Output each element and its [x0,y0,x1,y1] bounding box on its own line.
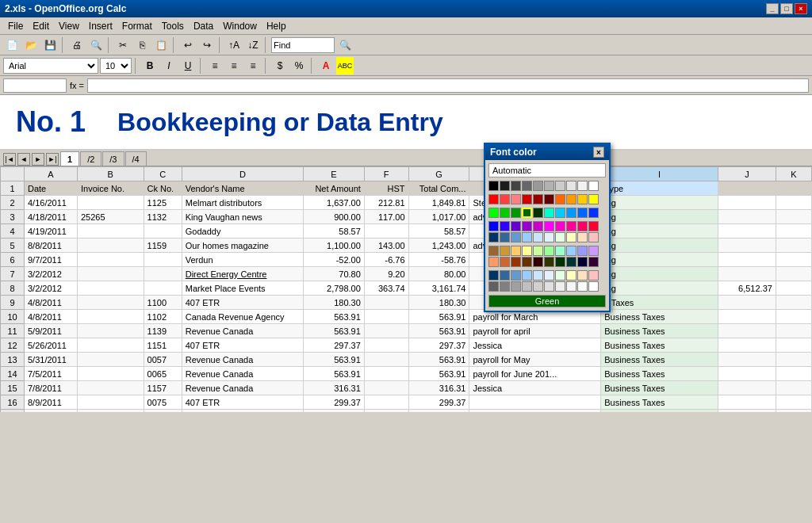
cell-e16[interactable]: 299.37 [304,395,365,410]
save-button[interactable]: 💾 [41,36,59,54]
cell-k12[interactable] [776,338,811,353]
cell-c10[interactable]: 1102 [144,310,182,324]
cell-j11[interactable] [718,324,776,338]
cell-b14[interactable] [78,367,144,381]
cell-c4[interactable] [144,224,182,239]
cell-j1[interactable] [718,181,776,196]
color-swatch[interactable] [511,181,521,191]
minimize-button[interactable]: _ [766,3,779,14]
color-swatch[interactable] [488,270,499,281]
cell-c3[interactable]: 1132 [144,210,182,224]
cell-e7[interactable]: 70.80 [304,267,365,281]
cell-d14[interactable]: Revenue Canada [182,367,303,381]
cell-k14[interactable] [776,367,811,381]
menu-view[interactable]: View [54,19,84,33]
color-swatch[interactable] [522,270,532,281]
cell-e17[interactable]: 289.11 [304,410,365,413]
cell-a5[interactable]: 8/8/2011 [25,239,78,253]
highlight-button[interactable]: ABC [336,57,354,74]
cell-d4[interactable]: Godaddy [182,224,303,239]
cell-e2[interactable]: 1,637.00 [304,196,365,210]
menu-insert[interactable]: Insert [84,19,117,33]
color-swatch[interactable] [522,232,532,242]
color-swatch[interactable] [566,232,576,242]
cell-g12[interactable]: 297.37 [408,338,469,353]
cell-b4[interactable] [78,224,144,239]
cell-f16[interactable] [364,395,408,410]
cell-f11[interactable] [364,324,408,338]
cell-b12[interactable] [78,338,144,353]
underline-button[interactable]: U [179,57,197,74]
tab-nav-next[interactable]: ► [32,153,44,166]
cell-a2[interactable]: 4/16/2011 [25,196,78,210]
color-swatch[interactable] [555,246,565,256]
cell-g7[interactable]: 80.00 [408,267,469,281]
cell-c15[interactable]: 1157 [144,381,182,395]
color-swatch[interactable] [533,181,543,191]
cell-c1[interactable]: Ck No. [144,181,182,196]
cell-f4[interactable] [364,224,408,239]
copy-button[interactable]: ⎘ [133,36,151,54]
tab-nav-last[interactable]: ►| [46,153,59,166]
cell-j16[interactable] [718,395,776,410]
color-swatch[interactable] [488,194,499,204]
color-swatch[interactable] [577,221,588,231]
color-swatch[interactable] [488,257,499,267]
cell-i1[interactable]: Type [601,181,718,196]
cell-f7[interactable]: 9.20 [364,267,408,281]
cell-a17[interactable]: 8/9/2011 [25,410,78,413]
cell-k7[interactable] [776,267,811,281]
color-swatch[interactable] [511,208,521,218]
color-swatch[interactable] [588,246,599,256]
paste-button[interactable]: 📋 [152,36,170,54]
cell-i10[interactable]: Business Taxes [601,310,718,324]
cell-e15[interactable]: 316.31 [304,381,365,395]
color-swatch[interactable] [488,232,499,242]
cell-j3[interactable] [718,210,776,224]
color-swatch[interactable] [588,281,599,292]
cell-c13[interactable]: 0057 [144,353,182,367]
cell-g6[interactable]: -58.76 [408,253,469,267]
cell-b1[interactable]: Invoice No. [78,181,144,196]
color-swatch[interactable] [544,181,554,191]
cell-e1[interactable]: Net Amount [304,181,365,196]
color-swatch[interactable] [588,257,599,267]
cell-f17[interactable] [364,410,408,413]
cell-b11[interactable] [78,324,144,338]
cell-h17[interactable] [469,410,601,413]
cell-f10[interactable] [364,310,408,324]
cell-i7[interactable]: ing [601,267,718,281]
cell-k15[interactable] [776,381,811,395]
cell-i2[interactable]: ing [601,196,718,210]
cell-i14[interactable]: Business Taxes [601,367,718,381]
col-header-g[interactable]: G [408,167,469,181]
color-swatch[interactable] [577,281,588,292]
color-swatch[interactable] [533,221,543,231]
print-preview-button[interactable]: 🔍 [87,36,105,54]
cell-e12[interactable]: 297.37 [304,338,365,353]
cell-b10[interactable] [78,310,144,324]
cell-a6[interactable]: 9/7/2011 [25,253,78,267]
cell-c11[interactable]: 1139 [144,324,182,338]
color-swatch[interactable] [544,246,554,256]
color-swatch[interactable] [588,221,599,231]
cell-a13[interactable]: 5/31/2011 [25,353,78,367]
col-header-e[interactable]: E [304,167,365,181]
cell-c2[interactable]: 1125 [144,196,182,210]
color-swatch[interactable] [488,181,499,191]
color-swatch[interactable] [488,281,499,292]
cell-f13[interactable] [364,353,408,367]
menu-file[interactable]: File [3,19,28,33]
cell-b13[interactable] [78,353,144,367]
sheet-tab-4[interactable]: /4 [125,151,147,166]
cell-f6[interactable]: -6.76 [364,253,408,267]
cell-j14[interactable] [718,367,776,381]
cell-c8[interactable] [144,281,182,296]
cell-e4[interactable]: 58.57 [304,224,365,239]
sheet-tab-3[interactable]: /3 [102,151,124,166]
color-swatch[interactable] [522,246,532,256]
menu-format[interactable]: Format [117,19,157,33]
color-swatch[interactable] [500,270,510,281]
cell-f12[interactable] [364,338,408,353]
color-swatch[interactable] [511,257,521,267]
